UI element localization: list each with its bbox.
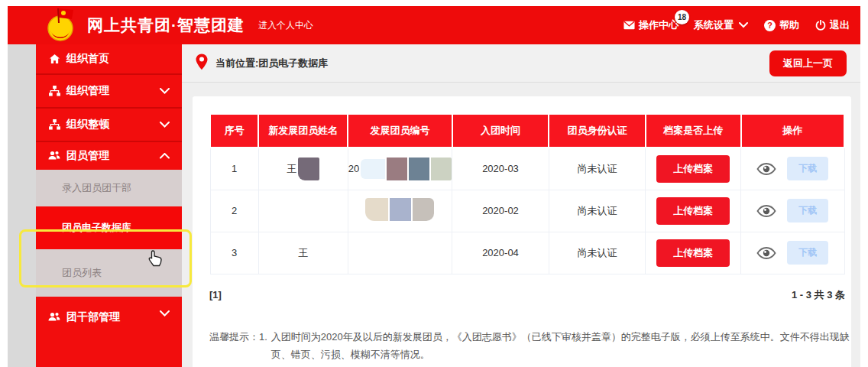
pagination-summary: 1 - 3 共 3 条 xyxy=(792,288,845,302)
sidebar-item-label: 组织管理 xyxy=(66,84,109,98)
view-eye-icon[interactable] xyxy=(756,205,776,217)
cell-identity-status: 尚未认证 xyxy=(549,232,645,274)
redacted-name-block xyxy=(298,158,319,180)
question-icon: ? xyxy=(764,20,776,31)
download-button[interactable]: 下载 xyxy=(787,157,828,180)
content-panel: 序号 新发展团员姓名 发展团员编号 入团时间 团员身份认证 档案是否上传 操作 … xyxy=(193,96,851,367)
cell-name: 王 xyxy=(258,148,348,190)
member-database-table: 序号 新发展团员姓名 发展团员编号 入团时间 团员身份认证 档案是否上传 操作 … xyxy=(209,113,845,274)
action-center-menu[interactable]: 操作中心 18 xyxy=(623,18,679,32)
sidebar-item-label: 组织整顿 xyxy=(66,118,109,132)
users-icon xyxy=(48,150,60,162)
envelope-icon xyxy=(623,20,635,31)
redacted-number-block xyxy=(409,158,429,180)
cell-number xyxy=(348,190,452,232)
sidebar-item-cadre-management[interactable]: 团干部管理 xyxy=(36,297,182,367)
app-title: 网上共青团·智慧团建 xyxy=(87,15,245,36)
view-eye-icon[interactable] xyxy=(756,163,776,175)
help-menu[interactable]: ? 帮助 xyxy=(764,18,799,32)
cell-actions: 下载 xyxy=(741,232,844,274)
system-settings-label: 系统设置 xyxy=(694,18,734,32)
league-emblem-logo xyxy=(43,6,78,44)
sidebar-nav: 组织首页 组织管理 组织整顿 团员管理 xyxy=(36,44,182,367)
sidebar-item-label: 组织首页 xyxy=(66,52,109,66)
action-center-label: 操作中心 xyxy=(639,18,679,32)
help-label: 帮助 xyxy=(779,18,799,32)
sidebar-item-enter-members[interactable]: 录入团员团干部 xyxy=(36,170,182,206)
download-button[interactable]: 下载 xyxy=(787,241,828,265)
cell-identity-status: 尚未认证 xyxy=(549,190,645,232)
table-row: 2 2020-02 尚未认证 上传档案 xyxy=(210,190,844,232)
cell-name xyxy=(258,190,348,232)
cell-number xyxy=(348,232,452,274)
notice-item-text: 入团时间为2020年及以后的新发展团员，《入团志愿书》（已线下审核并盖章）的完整… xyxy=(271,328,857,364)
notice-label: 温馨提示： xyxy=(209,328,259,364)
cell-index: 2 xyxy=(210,190,258,232)
view-eye-icon[interactable] xyxy=(756,247,776,259)
download-button[interactable]: 下载 xyxy=(787,199,828,222)
notice-text: 温馨提示： 1. 入团时间为2020年及以后的新发展团员，《入团志愿书》（已线下… xyxy=(209,328,857,364)
column-header-number: 发展团员编号 xyxy=(348,114,452,148)
column-header-join-date: 入团时间 xyxy=(452,114,549,148)
app-window: 网上共青团·智慧团建 进入个人中心 操作中心 18 系统设置 ? 帮助 xyxy=(0,0,868,367)
member-management-submenu: 录入团员团干部 团员电子数据库 团员列表 xyxy=(36,170,182,297)
redacted-number-block xyxy=(365,198,388,221)
sidebar-item-member-management[interactable]: 团员管理 xyxy=(36,142,182,171)
cell-actions: 下载 xyxy=(741,190,844,232)
chevron-down-icon xyxy=(160,310,170,317)
system-settings-menu[interactable]: 系统设置 xyxy=(694,18,749,32)
redacted-number-block xyxy=(413,198,434,221)
column-header-archive: 档案是否上传 xyxy=(646,114,741,148)
redacted-number-block xyxy=(390,198,411,221)
sidebar-item-member-database[interactable]: 团员电子数据库 xyxy=(36,206,182,249)
cell-number: 20 xyxy=(348,148,452,190)
pagination-bar: [1] 1 - 3 共 3 条 xyxy=(209,288,845,302)
chevron-down-icon xyxy=(737,20,749,31)
cell-actions: 下载 xyxy=(741,148,844,190)
sidebar-item-label: 团员管理 xyxy=(66,149,109,163)
column-header-index: 序号 xyxy=(210,114,258,148)
column-header-actions: 操作 xyxy=(741,114,844,148)
upload-archive-button[interactable]: 上传档案 xyxy=(656,197,730,225)
cell-archive: 上传档案 xyxy=(646,148,741,190)
cell-identity-status: 尚未认证 xyxy=(549,148,645,190)
breadcrumb: 当前位置:团员电子数据库 xyxy=(215,57,328,70)
redacted-number-block xyxy=(431,158,452,180)
sidebar-item-org-management[interactable]: 组织管理 xyxy=(36,75,182,107)
cell-join-date: 2020-04 xyxy=(452,232,549,274)
personal-center-link[interactable]: 进入个人中心 xyxy=(258,19,313,32)
logout-label: 退出 xyxy=(830,18,850,32)
header-actions: 操作中心 18 系统设置 ? 帮助 退出 xyxy=(623,18,860,32)
logout-button[interactable]: 退出 xyxy=(815,18,850,32)
chevron-down-icon xyxy=(160,88,170,94)
sidebar-item-org-home[interactable]: 组织首页 xyxy=(36,44,182,73)
chevron-up-icon xyxy=(160,153,170,159)
notice-item-number: 1. xyxy=(259,328,267,364)
location-pin-icon xyxy=(196,54,208,73)
sitemap-icon xyxy=(48,119,60,131)
breadcrumb-bar: 当前位置:团员电子数据库 返回上一页 xyxy=(182,44,860,83)
page-number-link[interactable]: [1] xyxy=(209,289,222,300)
back-button[interactable]: 返回上一页 xyxy=(769,50,847,76)
table-row: 3 王 2020-04 尚未认证 上传档案 xyxy=(210,232,844,274)
cell-index: 3 xyxy=(210,232,258,274)
redacted-number-block xyxy=(361,159,385,179)
upload-archive-button[interactable]: 上传档案 xyxy=(656,239,730,267)
sidebar-item-label: 团干部管理 xyxy=(66,310,120,324)
sidebar-item-org-rectification[interactable]: 组织整顿 xyxy=(36,109,182,141)
redacted-number-block xyxy=(387,158,407,180)
upload-archive-button[interactable]: 上传档案 xyxy=(656,155,730,183)
table-header-row: 序号 新发展团员姓名 发展团员编号 入团时间 团员身份认证 档案是否上传 操作 xyxy=(210,114,844,148)
sub-item-label: 录入团员团干部 xyxy=(62,181,131,195)
cell-name: 王 xyxy=(258,232,348,274)
cell-join-date: 2020-02 xyxy=(452,190,549,232)
power-icon xyxy=(815,20,826,31)
top-header-bar: 网上共青团·智慧团建 进入个人中心 操作中心 18 系统设置 ? 帮助 xyxy=(8,6,860,44)
sidebar-item-member-list[interactable]: 团员列表 xyxy=(36,249,182,297)
cell-index: 1 xyxy=(210,148,258,190)
column-header-name: 新发展团员姓名 xyxy=(258,114,348,148)
chevron-down-icon xyxy=(160,122,170,128)
main-content: 当前位置:团员电子数据库 返回上一页 序号 新发展团员姓名 发展团员编号 入团时… xyxy=(182,44,860,367)
left-page-gutter xyxy=(8,44,36,367)
notification-count-badge[interactable]: 18 xyxy=(675,10,689,24)
